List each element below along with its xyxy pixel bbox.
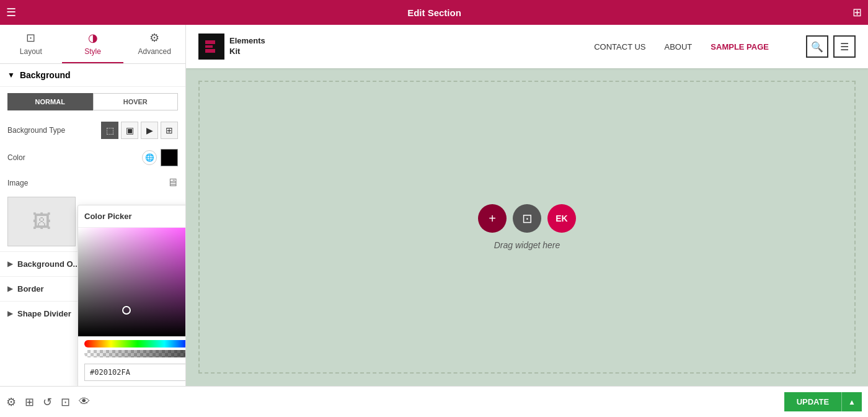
image-row: Image 🖥 [0, 171, 185, 194]
preview-bottom-icon[interactable]: 👁 [79, 395, 90, 409]
logo-line2: Kit [229, 47, 240, 56]
bg-type-gradient-btn[interactable]: ▣ [121, 122, 138, 139]
alpha-slider[interactable] [84, 350, 186, 357]
normal-hover-toggle: NORMAL HOVER [7, 93, 178, 110]
canvas-area: + ⠿ ✕ Elements Kit CONTACT [186, 25, 868, 386]
nav-contact[interactable]: CONTACT US [594, 42, 645, 52]
global-color-icon[interactable]: 🌐 [142, 150, 157, 165]
widget-btn-row: + ⊡ EK [478, 204, 576, 233]
grid-icon[interactable]: ⊞ [852, 6, 862, 19]
hover-toggle-btn[interactable]: HOVER [93, 93, 179, 110]
tab-layout[interactable]: ⊡ Layout [0, 25, 62, 63]
hue-slider[interactable] [84, 340, 186, 348]
shape-divider-label: Shape Divider [17, 309, 71, 318]
bottom-bar: ⚙ ⊞ ↺ ⊡ 👁 UPDATE ▲ [0, 386, 868, 417]
bg-type-slideshow-btn[interactable]: ⊞ [161, 122, 178, 139]
logo-line1: Elements [229, 36, 265, 45]
add-widget-btn[interactable]: + [478, 204, 507, 233]
logo-icon [198, 34, 224, 60]
navbar-links: CONTACT US ABOUT SAMPLE PAGE [594, 42, 769, 52]
bottom-icons: ⚙ ⊞ ↺ ⊡ 👁 [6, 395, 90, 409]
widget-buttons: + ⊡ EK Drag widget here [478, 204, 576, 250]
nav-sample[interactable]: SAMPLE PAGE [711, 42, 769, 52]
hex-input-row [78, 361, 186, 386]
bg-type-options: ⬚ ▣ ▶ ⊞ [101, 122, 178, 139]
tabs-bar: ⊡ Layout ◑ Style ⚙ Advanced [0, 25, 185, 64]
tab-layout-label: Layout [20, 47, 42, 56]
canvas-section: + ⊡ EK Drag widget here [198, 81, 856, 374]
arrow-right-icon-2: ▶ [7, 285, 12, 293]
color-picker-popup: Color Picker ↺ + 🗑 ✏ [78, 205, 186, 386]
image-placeholder[interactable]: 🖼 [7, 197, 76, 246]
color-picker-title: Color Picker [84, 212, 132, 221]
color-gradient-canvas [78, 228, 186, 336]
history-bottom-icon[interactable]: ↺ [43, 395, 52, 409]
color-row: Color 🌐 [0, 144, 185, 171]
update-dropdown-btn[interactable]: ▲ [841, 392, 862, 411]
background-type-label: Background Type [7, 126, 101, 135]
color-swatch[interactable] [161, 149, 178, 166]
ek-logo-svg [203, 38, 220, 55]
tab-advanced[interactable]: ⚙ Advanced [123, 25, 185, 63]
layers-bottom-icon[interactable]: ⊞ [25, 395, 34, 409]
placeholder-icon: 🖼 [32, 211, 51, 232]
page-title: Edit Section [407, 7, 461, 18]
hamburger-menu-icon[interactable]: ☰ [6, 6, 16, 19]
canvas-navbar: Elements Kit CONTACT US ABOUT SAMPLE PAG… [186, 25, 868, 68]
color-label: Color [7, 153, 142, 162]
style-icon: ◑ [88, 31, 98, 45]
background-section-header[interactable]: ▼ Background [0, 64, 185, 87]
collapse-arrow-icon: ▼ [7, 71, 15, 79]
logo-text: Elements Kit [229, 36, 265, 57]
main-layout: ⊡ Layout ◑ Style ⚙ Advanced ▼ Background… [0, 25, 868, 386]
bg-overlay-label: Background O... [17, 259, 79, 269]
bg-type-video-btn[interactable]: ▶ [141, 122, 158, 139]
normal-toggle-btn[interactable]: NORMAL [7, 93, 93, 110]
advanced-icon: ⚙ [149, 31, 159, 45]
background-section-label: Background [20, 70, 71, 80]
color-picker-header: Color Picker ↺ + 🗑 ✏ [78, 205, 186, 228]
color-cursor [122, 306, 131, 315]
background-type-row: Background Type ⬚ ▣ ▶ ⊞ [0, 117, 185, 144]
arrow-right-icon-3: ▶ [7, 310, 12, 318]
arrow-right-icon: ▶ [7, 260, 12, 268]
folder-widget-btn[interactable]: ⊡ [513, 204, 541, 233]
hex-input[interactable] [84, 364, 186, 381]
menu-nav-btn[interactable]: ☰ [833, 35, 856, 58]
tab-style-label: Style [84, 47, 101, 56]
copy-bottom-icon[interactable]: ⊡ [61, 395, 70, 409]
ek-widget-btn[interactable]: EK [547, 204, 576, 233]
sidebar: ⊡ Layout ◑ Style ⚙ Advanced ▼ Background… [0, 25, 186, 386]
bg-type-solid-btn[interactable]: ⬚ [101, 122, 118, 139]
color-picker-gradient-area[interactable] [78, 228, 186, 336]
settings-bottom-icon[interactable]: ⚙ [6, 395, 16, 409]
drag-widget-text: Drag widget here [494, 240, 560, 250]
border-label: Border [17, 284, 44, 294]
tab-advanced-label: Advanced [138, 47, 170, 56]
image-label: Image [7, 179, 167, 187]
update-button[interactable]: UPDATE [784, 392, 841, 411]
search-nav-btn[interactable]: 🔍 [806, 35, 828, 58]
navbar-logo: Elements Kit [198, 34, 265, 60]
update-btn-group: UPDATE ▲ [784, 392, 862, 411]
top-bar: ☰ Edit Section ⊞ [0, 0, 868, 25]
monitor-icon: 🖥 [167, 176, 178, 189]
tab-style[interactable]: ◑ Style [62, 25, 124, 63]
nav-about[interactable]: ABOUT [665, 42, 693, 52]
navbar-actions: 🔍 ☰ [806, 35, 856, 58]
color-swatch-group: 🌐 [142, 149, 178, 166]
layout-icon: ⊡ [26, 31, 35, 45]
